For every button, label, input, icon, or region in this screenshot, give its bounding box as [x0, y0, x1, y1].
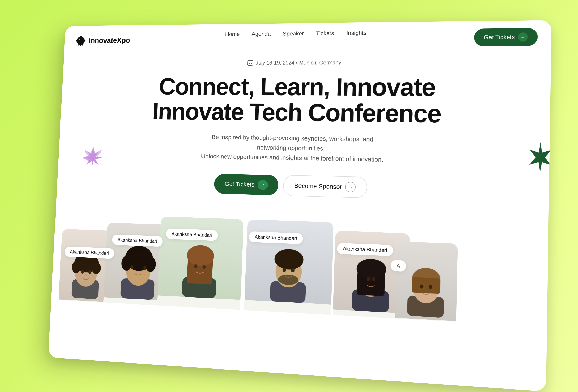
- svg-rect-8: [247, 61, 253, 65]
- speaker-badge-6: A: [390, 260, 406, 272]
- event-date: July 18-19, 2024 • Munich, Germany: [256, 59, 341, 66]
- svg-marker-15: [529, 142, 551, 173]
- hero-subtitle: Be inspired by thought-provoking keynote…: [200, 132, 385, 165]
- svg-rect-54: [412, 277, 440, 294]
- decorative-star-green: [522, 140, 551, 175]
- logo-area: InnovateXpo: [75, 35, 130, 46]
- hero-subtitle-line1: Be inspired by thought-provoking keynote…: [212, 134, 373, 152]
- hero-get-tickets-button[interactable]: Get Tickets →: [214, 174, 279, 195]
- navbar-get-tickets-button[interactable]: Get Tickets →: [474, 28, 538, 46]
- arrow-outline-icon: →: [345, 182, 356, 192]
- svg-rect-12: [248, 63, 249, 64]
- nav-home[interactable]: Home: [225, 31, 240, 37]
- event-meta: July 18-19, 2024 • Munich, Germany: [82, 59, 528, 66]
- hero-section: July 18-19, 2024 • Munich, Germany Conne…: [57, 46, 551, 203]
- arrow-icon: →: [518, 32, 528, 42]
- calendar-icon: [247, 60, 253, 66]
- nav-links: Home Agenda Speaker Tickets Insights: [225, 30, 367, 38]
- hero-title: Connect, Learn, Innovate Innovate Tech C…: [79, 74, 528, 128]
- speaker-badge-2: Akanksha Bhandari: [112, 234, 163, 247]
- speaker-badge-1: Akanksha Bhandari: [64, 246, 114, 259]
- speaker-badge-3: Akanksha Bhandari: [166, 228, 218, 241]
- speaker-badge-5: Akanksha Bhandari: [337, 243, 393, 256]
- speaker-card-6: [394, 241, 458, 327]
- brand-name: InnovateXpo: [89, 36, 130, 45]
- hero-title-line2: Innovate Tech Conference: [152, 98, 441, 128]
- become-sponsor-button[interactable]: Become Sponsor →: [283, 175, 367, 198]
- navbar: InnovateXpo Home Agenda Speaker Tickets …: [64, 20, 551, 49]
- speaker-badge-4: Akanksha Bhandari: [249, 231, 303, 244]
- nav-insights[interactable]: Insights: [346, 30, 367, 37]
- hero-title-line1: Connect, Learn, Innovate: [158, 73, 435, 101]
- svg-rect-13: [251, 63, 252, 64]
- hero-subtitle-line2: Unlock new opportunities and insights at…: [201, 153, 384, 163]
- speakers-section: Akanksha Bhandari Akanksha Bhandari Akan…: [51, 205, 548, 327]
- browser-card: InnovateXpo Home Agenda Speaker Tickets …: [48, 20, 551, 392]
- speaker-face-1: [62, 229, 110, 302]
- hero-buttons: Get Tickets → Become Sponsor →: [75, 170, 526, 203]
- logo-icon: [75, 35, 86, 46]
- arrow-right-icon: →: [258, 180, 268, 190]
- speaker-face-6: [399, 242, 453, 321]
- nav-agenda[interactable]: Agenda: [251, 31, 271, 37]
- decorative-star-purple: [80, 145, 105, 171]
- nav-tickets[interactable]: Tickets: [316, 30, 334, 37]
- nav-speaker[interactable]: Speaker: [283, 30, 304, 37]
